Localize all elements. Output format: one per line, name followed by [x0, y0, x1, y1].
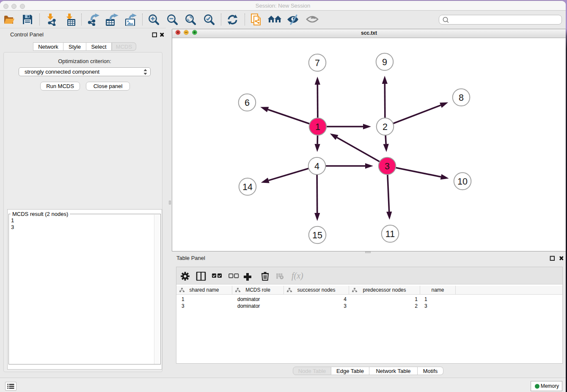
- svg-text:14: 14: [242, 182, 253, 192]
- svg-text:15: 15: [312, 230, 322, 240]
- svg-text:6: 6: [245, 98, 250, 108]
- svg-text:3: 3: [385, 161, 390, 171]
- svg-text:7: 7: [315, 58, 320, 68]
- svg-text:2: 2: [383, 122, 388, 132]
- svg-text:9: 9: [382, 57, 387, 67]
- svg-text:10: 10: [457, 177, 468, 187]
- svg-text:8: 8: [459, 93, 464, 103]
- svg-text:11: 11: [385, 229, 395, 239]
- svg-text:4: 4: [314, 161, 319, 171]
- svg-text:1: 1: [315, 122, 320, 132]
- svg-text:f(x): f(x): [292, 272, 303, 281]
